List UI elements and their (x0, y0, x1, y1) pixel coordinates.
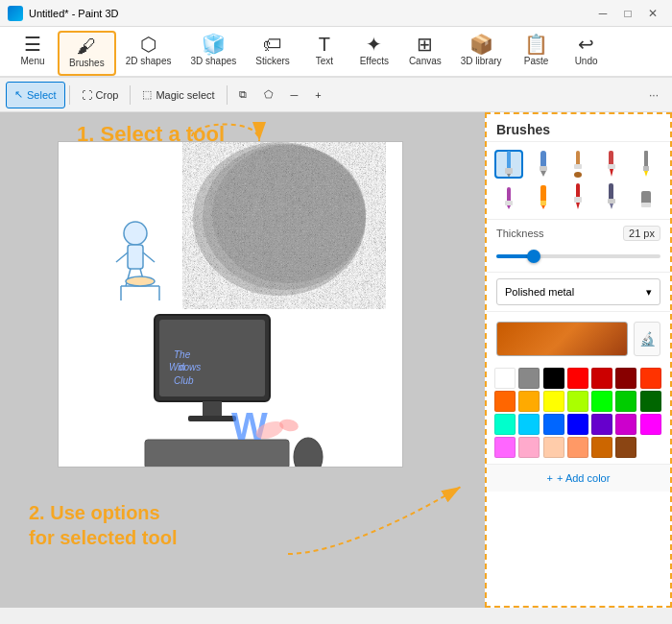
svg-text:dows: dows (179, 362, 201, 372)
color-cell[interactable] (518, 368, 540, 389)
tab-stickers[interactable]: 🏷 Stickers (246, 31, 300, 76)
crop-button[interactable]: ⛶ Crop (74, 82, 127, 108)
brush-spray[interactable] (494, 182, 523, 211)
texture-dropdown[interactable]: Polished metal ▾ (496, 278, 660, 305)
add-color-button[interactable]: + + Add color (487, 464, 670, 492)
svg-text:The: The (174, 349, 191, 360)
color-cell[interactable] (615, 368, 636, 389)
plus-btn[interactable]: + (307, 82, 328, 108)
color-cell[interactable] (640, 368, 661, 389)
tab-3dlibrary[interactable]: 📦 3D library (451, 31, 512, 76)
minus-icon: ─ (291, 89, 299, 101)
color-cell[interactable] (518, 414, 540, 435)
color-cell[interactable] (543, 437, 564, 458)
color-cell[interactable] (567, 414, 588, 435)
svg-rect-17 (188, 416, 236, 421)
brush-calligraphy[interactable] (529, 150, 558, 179)
svg-rect-50 (574, 197, 582, 203)
color-cell[interactable] (615, 437, 636, 458)
color-cell[interactable] (591, 368, 612, 389)
thickness-slider-container[interactable] (496, 247, 660, 266)
brush-eraser[interactable] (632, 182, 660, 211)
brush-pen[interactable] (564, 182, 592, 211)
canvas-area[interactable]: 1. Select a tool (0, 112, 485, 608)
color-cell[interactable] (494, 414, 516, 435)
svg-point-36 (574, 172, 582, 178)
color-cell[interactable] (518, 437, 540, 458)
svg-rect-46 (540, 185, 546, 203)
tab-text-label: Text (316, 56, 333, 66)
dropdown-chevron-icon: ▾ (646, 286, 652, 299)
eyedropper-button[interactable]: 🔬 (634, 322, 660, 356)
color-cell[interactable] (591, 391, 612, 412)
svg-point-4 (124, 222, 147, 245)
tab-3dshapes-label: 3D shapes (191, 56, 237, 66)
svg-rect-55 (641, 191, 651, 204)
app-title: Untitled* - Paint 3D (29, 8, 119, 19)
drawing-canvas[interactable]: The Win dows Club W (58, 141, 403, 468)
main-content: 1. Select a tool (0, 112, 672, 608)
tab-canvas[interactable]: ⊞ Canvas (399, 31, 451, 76)
color-cell[interactable] (640, 391, 661, 412)
tab-3dshapes[interactable]: 🧊 3D shapes (181, 31, 247, 76)
more-options-btn[interactable]: ··· (641, 84, 666, 106)
title-bar-controls[interactable]: ─ □ ✕ (591, 4, 664, 23)
svg-marker-33 (540, 171, 546, 177)
color-cell[interactable] (567, 391, 588, 412)
color-cell[interactable] (615, 414, 636, 435)
color-cell[interactable] (615, 391, 636, 412)
tab-effects-label: Effects (360, 56, 389, 66)
color-cell[interactable] (591, 437, 612, 458)
magic-select-icon: ⬚ (142, 88, 152, 101)
color-cell[interactable] (567, 368, 588, 389)
brush-watercolor[interactable] (597, 150, 626, 179)
separator-2 (130, 85, 131, 105)
svg-marker-30 (507, 174, 511, 178)
color-cell[interactable] (494, 368, 516, 389)
brush-pencil[interactable] (632, 150, 660, 179)
svg-rect-53 (608, 199, 615, 204)
brush-oil[interactable] (564, 150, 592, 179)
lasso-btn[interactable]: ⬠ (256, 82, 281, 108)
color-swatch-section: 🔬 (487, 311, 670, 362)
magic-select-button[interactable]: ⬚ Magic select (134, 82, 222, 108)
tab-effects[interactable]: ✦ Effects (349, 31, 399, 76)
color-cell[interactable] (543, 391, 564, 412)
color-cell[interactable] (591, 414, 612, 435)
close-button[interactable]: ✕ (641, 4, 664, 23)
color-cell[interactable] (518, 391, 540, 412)
select-shape-btn[interactable]: ⧉ (231, 82, 254, 108)
tab-2dshapes[interactable]: ⬡ 2D shapes (116, 31, 181, 76)
color-cell[interactable] (640, 414, 661, 435)
select-button[interactable]: ↖ Select (6, 82, 65, 108)
svg-rect-49 (576, 183, 580, 199)
svg-rect-40 (644, 151, 648, 168)
svg-line-7 (143, 252, 155, 262)
brush-crayons[interactable] (529, 182, 558, 211)
panel-header: Brushes (487, 114, 670, 142)
tab-stickers-label: Stickers (255, 56, 290, 66)
brush-airbrush[interactable] (597, 182, 626, 211)
color-cell[interactable] (543, 414, 564, 435)
tab-brushes[interactable]: 🖌 Brushes (58, 31, 116, 76)
tab-canvas-label: Canvas (409, 56, 442, 66)
tab-undo[interactable]: ↩ Undo (562, 31, 612, 76)
color-cell[interactable] (543, 368, 564, 389)
annotation-step2: 2. Use options for selected tool (29, 500, 177, 550)
color-palette (487, 362, 670, 464)
tab-paste[interactable]: 📋 Paste (512, 31, 562, 76)
minimize-button[interactable]: ─ (591, 4, 614, 23)
tab-text[interactable]: T Text (300, 31, 349, 76)
tab-menu[interactable]: ☰ Menu (8, 31, 58, 76)
effects-icon: ✦ (366, 35, 382, 54)
minus-btn[interactable]: ─ (283, 82, 306, 108)
brushes-panel: Brushes (485, 112, 672, 608)
color-cell[interactable] (494, 391, 516, 412)
color-cell[interactable] (494, 437, 516, 458)
thickness-label: Thickness (496, 228, 544, 239)
color-cell[interactable] (567, 437, 588, 458)
title-bar-left: Untitled* - Paint 3D (8, 6, 119, 21)
brush-marker[interactable] (494, 150, 523, 179)
main-color-swatch[interactable] (496, 322, 628, 356)
maximize-button[interactable]: □ (616, 4, 639, 23)
